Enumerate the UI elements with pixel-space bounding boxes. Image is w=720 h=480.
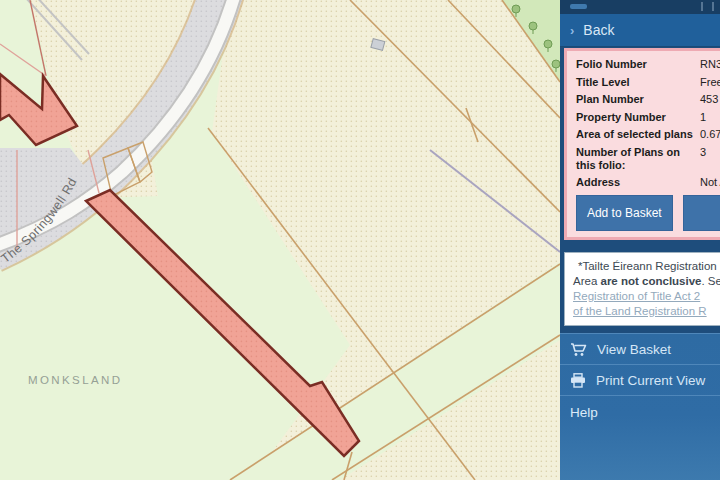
table-row: Title Level Freeh <box>576 76 720 89</box>
table-row: Number of Plans on this folio: 3 <box>576 146 720 172</box>
table-row: Property Number 1 <box>576 111 720 124</box>
add-to-basket-button[interactable]: Add to Basket <box>576 195 673 231</box>
help-link[interactable]: Help <box>560 396 720 420</box>
top-strip-dash <box>570 4 587 9</box>
top-strip-mark <box>712 2 714 11</box>
townland-label: MONKSLAND <box>28 374 122 386</box>
disclaimer-panel: *Tailte Éireann Registration B Area are … <box>564 252 720 326</box>
top-strip-mark <box>701 2 703 11</box>
print-current-view-button[interactable]: Print Current View <box>560 365 720 396</box>
land-registry-map[interactable]: The Springwell Rd MONKSLAND <box>0 0 560 480</box>
view-basket-button[interactable]: View Basket <box>560 334 720 365</box>
table-row: Folio Number RN38 <box>576 58 720 71</box>
back-button[interactable]: › Back <box>560 14 720 47</box>
back-label: Back <box>583 22 614 38</box>
printer-icon <box>570 373 586 388</box>
basket-icon <box>570 342 587 357</box>
secondary-basket-button[interactable] <box>683 195 720 231</box>
map-canvas[interactable]: The Springwell Rd MONKSLAND <box>0 0 560 480</box>
title-act-link[interactable]: Registration of Title Act 2 <box>573 290 700 302</box>
table-row: Address Not A <box>576 176 720 189</box>
view-basket-label: View Basket <box>597 342 671 357</box>
sidebar: › Back Folio Number RN38 Title Level Fre… <box>560 0 720 480</box>
table-row: Area of selected plans 0.67 <box>576 128 720 141</box>
print-current-view-label: Print Current View <box>596 373 705 388</box>
disclaimer-line: Area are not conclusive. See <box>573 274 720 289</box>
folio-info-panel: Folio Number RN38 Title Level Freeh Plan… <box>564 48 720 240</box>
disclaimer-line: *Tailte Éireann Registration B <box>573 259 720 274</box>
table-row: Plan Number 453 <box>576 93 720 106</box>
land-registration-link[interactable]: of the Land Registration R <box>573 305 707 317</box>
sidebar-top-strip <box>560 0 720 14</box>
app-window: The Springwell Rd MONKSLAND › Back Folio… <box>0 0 720 480</box>
chevron-right-icon: › <box>570 23 574 38</box>
sidebar-lower-menu: View Basket Print Current View Help daft… <box>560 333 720 480</box>
